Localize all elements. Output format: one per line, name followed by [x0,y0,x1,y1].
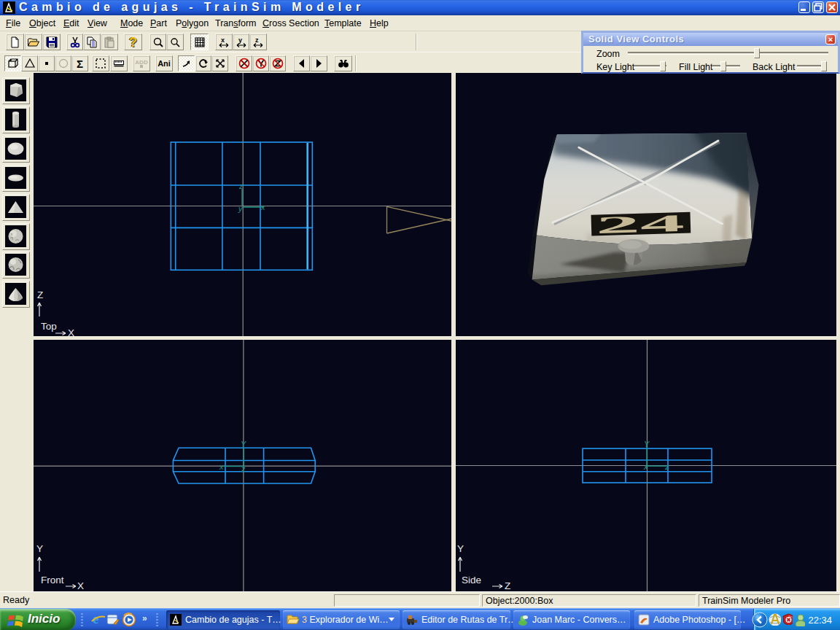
svg-text:Y: Y [241,440,246,448]
svg-text:Y: Y [457,543,464,554]
svg-text:x: x [221,36,225,44]
svg-text:Top: Top [41,321,57,332]
svg-text:Side: Side [462,575,481,586]
svg-text:Y: Y [36,543,43,554]
svg-text:Z: Z [37,289,43,300]
svg-text:z: z [664,462,669,471]
svg-text:x: x [643,462,648,471]
svg-text:X: X [77,580,84,591]
svg-text:x: x [260,203,265,211]
svg-text:z: z [255,36,259,44]
svg-text:24: 24 [596,210,685,239]
svg-text:x: x [219,462,224,471]
svg-text:X: X [68,327,74,336]
svg-text:z: z [238,182,244,190]
svg-text:z: z [241,464,246,473]
svg-text:Front: Front [41,575,64,586]
svg-text:Y: Y [644,440,650,448]
svg-text:y: y [238,36,242,44]
svg-text:Z: Z [505,580,510,591]
